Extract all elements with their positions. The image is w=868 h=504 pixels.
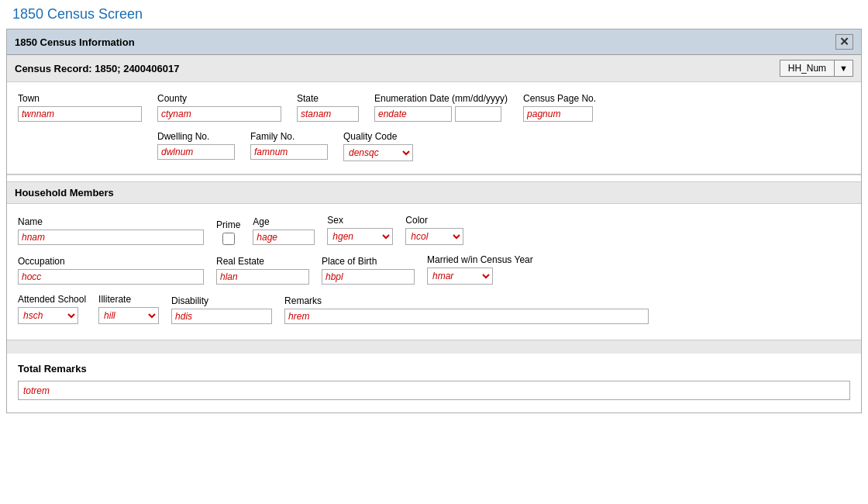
- quality-field-group: Quality Code densqc: [343, 131, 413, 161]
- hm-row3: Attended School hsch Illiterate hill Dis…: [18, 294, 850, 324]
- prime-label: Prime: [216, 219, 240, 230]
- quality-label: Quality Code: [343, 131, 413, 142]
- modal-header: 1850 Census Information ✕: [7, 29, 861, 55]
- modal-body: Census Record: 1850; 2400406017 HH_Num ▼…: [7, 55, 861, 413]
- enumeration-date-input2[interactable]: [455, 106, 501, 122]
- state-input[interactable]: [297, 106, 359, 122]
- quality-select[interactable]: densqc: [343, 144, 413, 161]
- hh-num-dropdown[interactable]: HH_Num ▼: [780, 60, 853, 77]
- state-field-group: State: [297, 93, 359, 122]
- married-label: Married w/in Census Year: [427, 254, 533, 265]
- hm-row2: Occupation Real Estate Place of Birth Ma…: [18, 254, 850, 285]
- town-field-group: Town: [18, 93, 142, 122]
- attended-school-label: Attended School: [18, 294, 86, 305]
- state-label: State: [297, 93, 359, 104]
- census-info-row2: Dwelling No. Family No. Quality Code den…: [18, 131, 850, 161]
- family-field-group: Family No.: [250, 131, 328, 160]
- household-body: Name Prime Age Sex hgen: [7, 204, 861, 337]
- county-input[interactable]: [157, 106, 281, 122]
- dwelling-input[interactable]: [157, 144, 235, 160]
- hh-num-arrow-icon[interactable]: ▼: [835, 61, 852, 75]
- enumeration-date-input[interactable]: [374, 106, 452, 122]
- dwelling-label: Dwelling No.: [157, 131, 235, 142]
- town-label: Town: [18, 93, 142, 104]
- town-input[interactable]: [18, 106, 142, 122]
- attended-school-select[interactable]: hsch: [18, 307, 78, 324]
- census-record-label: Census Record: 1850; 2400406017: [15, 63, 179, 74]
- occupation-input[interactable]: [18, 269, 204, 285]
- census-info-section: Town County State Enumeration Date (mm/d…: [7, 82, 861, 175]
- total-remarks-label: Total Remarks: [18, 363, 850, 375]
- prime-field-group: Prime: [216, 219, 240, 245]
- census-page-input[interactable]: [523, 106, 593, 122]
- remarks-input[interactable]: [284, 309, 649, 324]
- remarks-field-group: Remarks: [284, 295, 649, 324]
- illiterate-select[interactable]: hill: [98, 307, 159, 324]
- married-select[interactable]: hmar: [427, 268, 493, 285]
- census-record-bar: Census Record: 1850; 2400406017 HH_Num ▼: [7, 55, 861, 82]
- sex-select[interactable]: hgen: [327, 228, 393, 245]
- total-remarks-section: Total Remarks: [7, 354, 861, 413]
- place-of-birth-input[interactable]: [322, 269, 415, 285]
- name-field-group: Name: [18, 216, 204, 245]
- name-label: Name: [18, 216, 204, 227]
- enumeration-date-field-group: Enumeration Date (mm/dd/yyyy): [374, 93, 508, 122]
- family-label: Family No.: [250, 131, 328, 142]
- modal-container: 1850 Census Information ✕ Census Record:…: [6, 29, 862, 413]
- place-of-birth-field-group: Place of Birth: [322, 256, 415, 285]
- total-remarks-input[interactable]: [23, 385, 845, 396]
- page-title: 1850 Census Screen: [0, 0, 868, 29]
- color-field-group: Color hcol: [405, 215, 463, 245]
- hm-row1: Name Prime Age Sex hgen: [18, 215, 850, 245]
- place-of-birth-label: Place of Birth: [322, 256, 415, 267]
- illiterate-field-group: Illiterate hill: [98, 294, 159, 324]
- sex-label: Sex: [327, 215, 393, 226]
- real-estate-field-group: Real Estate: [216, 256, 309, 285]
- disability-input[interactable]: [171, 309, 272, 324]
- real-estate-input[interactable]: [216, 269, 309, 285]
- age-input[interactable]: [253, 230, 315, 245]
- name-input[interactable]: [18, 230, 204, 245]
- enumeration-date-label: Enumeration Date (mm/dd/yyyy): [374, 93, 508, 104]
- sex-field-group: Sex hgen: [327, 215, 393, 245]
- attended-school-field-group: Attended School hsch: [18, 294, 86, 324]
- disability-label: Disability: [171, 295, 272, 306]
- occupation-field-group: Occupation: [18, 256, 204, 285]
- county-label: County: [157, 93, 281, 104]
- age-field-group: Age: [253, 216, 315, 245]
- household-title: Household Members: [15, 187, 114, 198]
- remarks-label: Remarks: [284, 295, 649, 306]
- real-estate-label: Real Estate: [216, 256, 309, 267]
- county-field-group: County: [157, 93, 281, 122]
- total-remarks-input-wrapper: [18, 381, 850, 400]
- hh-num-label: HH_Num: [780, 60, 835, 76]
- census-page-field-group: Census Page No.: [523, 93, 596, 122]
- prime-checkbox[interactable]: [222, 233, 235, 245]
- color-label: Color: [405, 215, 463, 226]
- household-header: Household Members: [7, 181, 861, 204]
- illiterate-label: Illiterate: [98, 294, 159, 305]
- household-section: Household Members Name Prime Age: [7, 181, 861, 354]
- disability-field-group: Disability: [171, 295, 272, 324]
- modal-title: 1850 Census Information: [15, 36, 135, 48]
- family-input[interactable]: [250, 144, 328, 160]
- married-field-group: Married w/in Census Year hmar: [427, 254, 533, 285]
- occupation-label: Occupation: [18, 256, 204, 267]
- dwelling-field-group: Dwelling No.: [157, 131, 235, 160]
- census-page-label: Census Page No.: [523, 93, 596, 104]
- household-footer-spacer: [7, 340, 861, 354]
- census-info-row1: Town County State Enumeration Date (mm/d…: [18, 93, 850, 122]
- age-label: Age: [253, 216, 315, 227]
- modal-close-button[interactable]: ✕: [835, 34, 853, 50]
- color-select[interactable]: hcol: [405, 228, 463, 245]
